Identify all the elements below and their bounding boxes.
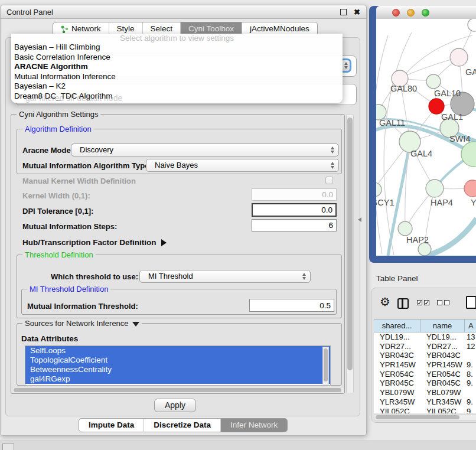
node-label: GCY1 — [376, 198, 395, 207]
float-window-icon[interactable] — [340, 9, 347, 15]
network-canvas[interactable]: GAL GAL80 GAL10 GAL1 GAL11 SWI4 GAL4 GCY… — [376, 19, 476, 256]
algorithm-prompt: Select algorithm to view settings — [11, 34, 343, 43]
attribute-item-selected[interactable]: BetweennessCentrality — [25, 365, 330, 374]
aracne-mode-label: Aracne Mode: — [22, 146, 73, 155]
cell: 8. — [465, 370, 476, 379]
sources-title: Sources for Network Inference — [25, 319, 129, 328]
settings-hscrollbar[interactable] — [12, 387, 344, 393]
node-partial-top[interactable] — [468, 19, 476, 31]
attribute-item-selected[interactable]: gal4RGexp — [25, 374, 330, 384]
node-label: GAL1 — [441, 112, 463, 122]
table-row[interactable]: YLR345WYLR345W9. — [374, 397, 476, 407]
cell: YPR145W — [420, 360, 465, 370]
table-row[interactable]: YBR045CYBR045C9. — [374, 379, 476, 388]
algorithm-option[interactable]: Mutual Information Inference — [11, 72, 343, 82]
attributes-scrollbar[interactable] — [322, 347, 329, 384]
table-row[interactable]: YBL079WYBL079W — [374, 388, 476, 397]
node-label: HAP2 — [406, 235, 429, 244]
node-gcy1[interactable] — [376, 182, 382, 197]
attribute-item-selected[interactable]: SelfLoops — [25, 346, 330, 356]
node-partial-bottom[interactable] — [418, 243, 431, 256]
node-salmon[interactable] — [464, 180, 476, 197]
table-panel: ⚙ ✓ ✓ shared... name A YDL19...YDL19...1… — [371, 288, 476, 423]
network-window-titlebar[interactable] — [376, 6, 476, 19]
table-header: shared... name A — [374, 319, 476, 332]
apply-button[interactable]: Apply — [154, 399, 196, 412]
node-label: GAL10 — [434, 89, 461, 98]
settings-vscrollbar[interactable] — [346, 115, 354, 393]
algorithm-option[interactable]: Basic Correlation Inference — [11, 53, 343, 63]
column-header[interactable]: shared... — [374, 319, 420, 332]
column-header[interactable]: A — [465, 319, 476, 332]
cell: YIL052C — [420, 407, 465, 414]
application-screen: Control Panel ✖ Network Style Select Cyn… — [0, 0, 476, 450]
cyni-bottom-tabbar: Impute Data Discretize Data Infer Networ… — [79, 418, 288, 432]
tab-impute-data[interactable]: Impute Data — [79, 419, 144, 432]
column-header[interactable]: name — [420, 319, 465, 332]
cell: YIL052C — [374, 407, 420, 414]
network-view-window: GAL GAL80 GAL10 GAL1 GAL11 SWI4 GAL4 GCY… — [369, 6, 476, 263]
cell: YBR045C — [374, 379, 420, 388]
node-swi4[interactable] — [461, 142, 476, 167]
kernel-width-field[interactable] — [252, 188, 337, 201]
collapsed-panel-icon[interactable] — [2, 443, 14, 450]
stepper-icon — [331, 146, 334, 154]
which-threshold-combo[interactable]: MI Threshold — [139, 270, 311, 283]
algorithm-option[interactable]: Bayesian – K2 — [11, 81, 343, 92]
algorithm-option[interactable]: Bayesian – Hill Climbing — [11, 43, 343, 53]
mi-type-label: Mutual Information Algorithm Type: — [22, 161, 152, 170]
unchecked-column-icon[interactable] — [444, 300, 449, 305]
cell: 9. — [465, 397, 476, 407]
threshold-definition-title: Threshold Definition — [22, 250, 96, 259]
attribute-item-selected[interactable]: TopologicalCoefficient — [25, 356, 330, 365]
page-icon[interactable] — [466, 296, 476, 309]
network-graph: GAL GAL80 GAL10 GAL1 GAL11 SWI4 GAL4 GCY… — [376, 19, 476, 256]
cell: YDL19... — [420, 332, 465, 342]
table-row[interactable]: YBR043CYBR043C — [374, 351, 476, 360]
dpi-tolerance-field[interactable] — [252, 203, 337, 217]
node-hap4[interactable] — [426, 180, 444, 197]
gear-icon[interactable]: ⚙ — [380, 296, 390, 308]
tab-discretize-data[interactable]: Discretize Data — [144, 419, 220, 432]
hub-definition-label: Hub/Transcription Factor Definition — [22, 238, 157, 247]
table-row[interactable]: YPR145WYPR145W9. — [374, 360, 476, 370]
table-hscrollbar[interactable] — [374, 414, 476, 420]
checked-column-icon[interactable]: ✓ — [424, 300, 429, 305]
manual-kernel-checkbox[interactable] — [325, 177, 333, 184]
cell: YBR043C — [420, 351, 465, 360]
settings-group-title: Cyni Algorithm Settings — [17, 110, 100, 119]
sources-toggle[interactable]: Sources for Network Inference — [22, 319, 142, 328]
table-row[interactable]: YER054CYER054C8. — [374, 370, 476, 379]
tab-infer-network[interactable]: Infer Network — [220, 419, 287, 432]
algorithm-definition-title: Algorithm Definition — [22, 125, 94, 133]
mi-steps-field[interactable] — [252, 219, 337, 231]
node-gal10[interactable] — [426, 74, 441, 89]
cell: YER054C — [374, 370, 420, 379]
close-traffic-light[interactable] — [392, 9, 400, 17]
minimize-traffic-light[interactable] — [407, 9, 415, 17]
aracne-mode-combo[interactable]: Discovery — [71, 144, 339, 156]
checked-column-icon[interactable]: ✓ — [417, 300, 422, 305]
mi-type-combo[interactable]: Naive Bayes — [146, 159, 339, 172]
table-row[interactable]: YIL052CYIL052C9. — [374, 407, 476, 414]
mi-threshold-field[interactable] — [249, 299, 334, 312]
node-hap2[interactable] — [398, 221, 412, 236]
node-label: GAL — [465, 67, 476, 77]
data-attributes-list: SelfLoops TopologicalCoefficient Between… — [25, 345, 331, 386]
collapse-down-icon — [132, 322, 139, 327]
zoom-traffic-light[interactable] — [422, 9, 429, 17]
split-pane-handle[interactable] — [358, 217, 361, 222]
data-attributes-label: Data Attributes — [21, 334, 78, 343]
cell — [465, 351, 476, 360]
table-row[interactable]: YDL19...YDL19...13 — [374, 332, 476, 342]
unchecked-column-icon[interactable] — [437, 300, 442, 305]
table-row[interactable]: YDR27...YDR27...12 — [374, 342, 476, 351]
close-icon[interactable]: ✖ — [354, 8, 360, 16]
cell: YDL19... — [374, 332, 420, 342]
algorithm-option-selected[interactable]: ARACNE Algorithm — [11, 62, 343, 72]
node-pink-top[interactable] — [450, 48, 468, 66]
split-columns-icon[interactable] — [397, 298, 409, 309]
hub-definition-toggle[interactable]: Hub/Transcription Factor Definition — [22, 238, 167, 247]
which-threshold-label: Which threshold to use: — [51, 272, 138, 281]
cell: 9. — [465, 407, 476, 414]
